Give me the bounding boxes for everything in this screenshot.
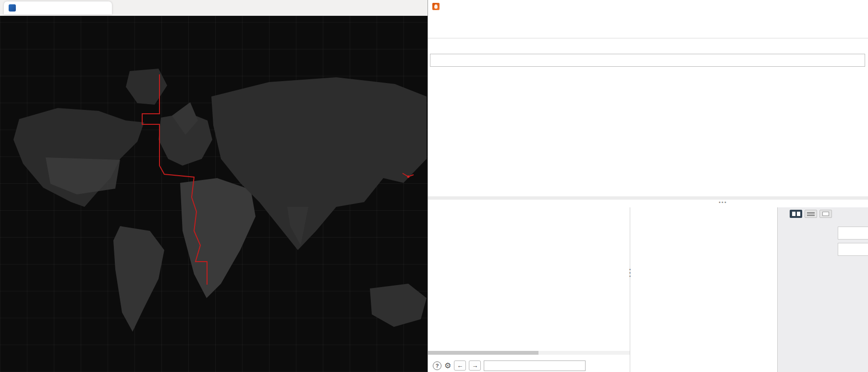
table-scrollbar[interactable] [428, 196, 868, 200]
next-match-button[interactable]: → [469, 360, 481, 371]
burp-menubar [428, 13, 868, 24]
world-map-background [0, 16, 428, 372]
terminal-content[interactable] [0, 16, 428, 372]
screen: ••• ? ⚙ ← → ••• [0, 0, 868, 372]
splitter-handle-icon[interactable]: ••• [717, 200, 729, 204]
request-search-input[interactable] [484, 360, 586, 371]
request-pane: ? ⚙ ← → [428, 207, 630, 372]
single-pane-layout-icon[interactable] [819, 210, 832, 218]
burp-main-tabs [428, 24, 868, 38]
burp-titlebar [428, 0, 868, 13]
prev-match-button[interactable]: ← [454, 360, 466, 371]
inspector-section-response-headers[interactable] [838, 243, 868, 256]
columns-layout-icon[interactable] [790, 210, 802, 218]
world-map-shapes [0, 16, 428, 372]
help-icon[interactable]: ? [433, 361, 441, 370]
message-editors: ? ⚙ ← → ••• ? ⚙ ← → [428, 207, 868, 372]
gear-icon[interactable]: ⚙ [444, 362, 451, 370]
terminal-tab[interactable] [4, 1, 112, 14]
response-pane: ? ⚙ ← → [630, 207, 777, 372]
powershell-icon [9, 4, 16, 12]
inspector-section-request-attributes[interactable] [838, 227, 868, 240]
burp-app-icon [432, 3, 440, 10]
request-search-bar: ? ⚙ ← → [433, 358, 588, 372]
powershell-window [0, 0, 428, 372]
rows-layout-icon[interactable] [805, 210, 817, 218]
proxy-sub-tabs [428, 38, 868, 52]
proxy-filter-bar[interactable] [430, 54, 865, 67]
editor-layout-buttons [790, 210, 832, 218]
terminal-tabbar [0, 0, 428, 16]
burp-window: ••• ? ⚙ ← → ••• [428, 0, 868, 372]
response-editor[interactable] [630, 240, 777, 372]
request-hscrollbar[interactable] [428, 351, 630, 355]
inspector-panel [778, 207, 868, 372]
